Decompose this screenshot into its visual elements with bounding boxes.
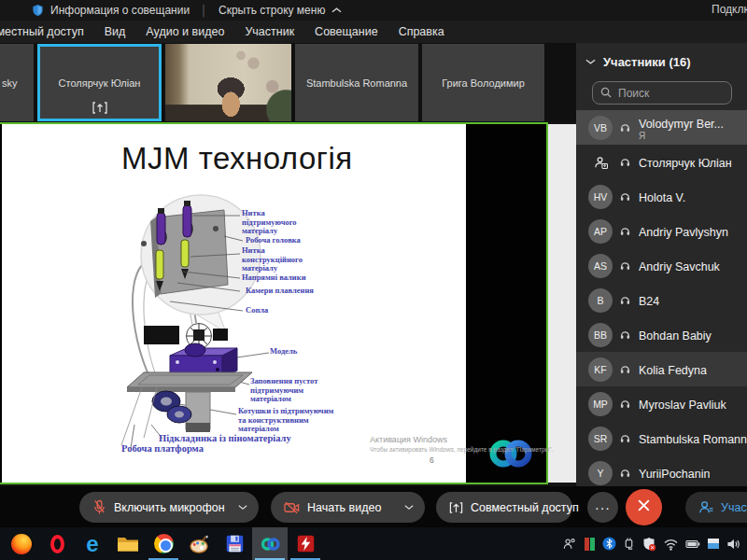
webex-icon[interactable] <box>252 527 288 560</box>
avatar: SR <box>588 427 613 451</box>
diagram-label: Напрямні валики <box>242 273 306 283</box>
headset-icon <box>619 190 631 203</box>
participant-name: Andriy Savchuk <box>639 260 720 273</box>
menu-item[interactable]: Аудио и видео <box>135 25 234 38</box>
menu-item[interactable]: Участник <box>234 25 304 38</box>
chevron-down-icon[interactable] <box>404 504 414 511</box>
diagram-label: Робоча платформа <box>121 443 204 455</box>
participant-subtitle: Я <box>639 131 724 141</box>
battery-icon[interactable] <box>685 539 700 549</box>
camera-off-icon <box>284 501 300 514</box>
avatar: AP <box>588 219 613 244</box>
meeting-titlebar: Информация о совещании │ Скрыть строку м… <box>0 0 747 21</box>
participant-tile-name: Столярчук Юліан <box>59 77 141 89</box>
titlebar-separator: │ <box>201 5 207 16</box>
participant-row[interactable]: Столярчук Юліан <box>576 145 747 179</box>
diagram-label: Нитка конструкційного матеріалу <box>242 246 305 273</box>
video-tile-webcam[interactable] <box>165 44 291 121</box>
floppy-app-icon[interactable] <box>217 527 252 560</box>
participant-search-box[interactable] <box>592 81 732 105</box>
defender-icon[interactable] <box>641 537 656 552</box>
desktop-screen: Информация о совещании │ Скрыть строку м… <box>0 0 747 560</box>
avatar: MP <box>588 392 613 416</box>
presentation-slide: MJM технологія <box>2 124 466 483</box>
bluetooth-icon[interactable] <box>602 537 616 551</box>
headset-icon <box>619 225 631 237</box>
power-plug-icon[interactable] <box>623 537 635 551</box>
edge-icon[interactable]: e <box>75 527 110 560</box>
diagram-label: Робоча головка <box>246 236 301 245</box>
lightning-app-icon[interactable] <box>288 527 323 560</box>
microphone-muted-icon <box>92 499 106 515</box>
start-video-button[interactable]: Начать видео <box>271 492 425 523</box>
video-tile-active-speaker[interactable]: Столярчук Юліан <box>37 44 162 121</box>
diagram-label: Нитка підтримуючого матеріалу <box>242 209 300 236</box>
close-icon <box>637 498 651 516</box>
opera-icon[interactable] <box>39 527 75 560</box>
file-explorer-icon[interactable] <box>110 527 146 560</box>
headset-icon <box>619 363 631 375</box>
meeting-controlbar: Включить микрофон Начать видео Совместны… <box>0 486 747 527</box>
firefox-icon[interactable] <box>4 527 39 560</box>
participant-name: YuriiPochanin <box>639 468 710 481</box>
participant-row[interactable]: AP Andriy Pavlyshyn <box>576 214 747 248</box>
meeting-info-label[interactable]: Информация о совещании <box>50 4 190 17</box>
avatar: VB <box>588 116 613 140</box>
search-input[interactable] <box>618 87 721 100</box>
leave-meeting-button[interactable] <box>626 489 662 525</box>
shared-screen-region: MJM технологія <box>0 122 548 484</box>
paint-icon[interactable] <box>181 527 217 560</box>
menu-item[interactable]: Справка <box>388 25 455 38</box>
window-app-tray-icon[interactable] <box>707 538 720 550</box>
participant-name: B24 <box>639 295 659 308</box>
unmute-button[interactable]: Включить микрофон <box>79 492 259 523</box>
participant-tile-name: Грига Володимир <box>442 77 525 89</box>
participant-row[interactable]: B B24 <box>576 283 747 317</box>
people-tray-icon[interactable] <box>562 537 577 551</box>
webex-logo-icon <box>486 436 535 475</box>
chevron-down-icon[interactable] <box>585 58 596 65</box>
more-options-button[interactable]: ··· <box>587 492 618 523</box>
participant-name: Andriy Pavlyshyn <box>639 226 728 239</box>
chevron-up-icon[interactable] <box>331 7 342 14</box>
participant-name: Holota V. <box>639 191 685 204</box>
video-tile-partial[interactable]: sky <box>0 44 34 121</box>
participant-row[interactable]: BB Bohdan Babiy <box>576 317 747 352</box>
diagram-label: Заповнення пустот підтримуючим матеріало… <box>250 377 334 404</box>
video-tile[interactable]: Грига Володимир <box>422 44 544 121</box>
participant-row[interactable]: MP Myroslav Pavliuk <box>576 386 747 421</box>
indicator-bars-icon[interactable] <box>584 537 596 552</box>
chevron-down-icon[interactable] <box>238 504 247 511</box>
windows-taskbar: e <box>0 527 747 560</box>
menu-item[interactable]: Совещание <box>304 25 388 38</box>
connect-truncated-label[interactable]: Подключ <box>712 3 747 16</box>
menu-item[interactable]: Вид <box>94 25 136 38</box>
screen-sharing-icon <box>92 102 107 114</box>
headset-icon <box>619 467 631 479</box>
menubar: Совместный доступ Вид Аудио и видео Учас… <box>0 21 747 43</box>
participants-icon <box>698 500 713 514</box>
participant-row[interactable]: AS Andriy Savchuk <box>576 248 747 283</box>
participant-list: VB Volodymyr Ber... Я Столярчук Юліан HV <box>576 110 747 488</box>
participant-row[interactable]: HV Holota V. <box>576 179 747 214</box>
participant-row[interactable]: VB Volodymyr Ber... Я <box>576 110 747 145</box>
participants-panel-header[interactable]: Участники (16) <box>576 43 747 75</box>
headset-icon <box>619 294 631 306</box>
search-icon <box>600 85 612 102</box>
headset-icon <box>619 259 631 272</box>
volume-icon[interactable] <box>726 538 741 551</box>
participant-row[interactable]: Y YuriiPochanin <box>576 455 747 488</box>
participants-toggle-label: Участн <box>721 501 747 514</box>
chrome-icon[interactable] <box>146 527 181 560</box>
menu-item[interactable]: Совместный доступ <box>0 25 94 38</box>
participant-row[interactable]: KF Kolia Fedyna <box>576 352 747 386</box>
participants-toggle-button[interactable]: Участн <box>685 492 747 523</box>
participants-panel-title: Участники (16) <box>603 55 691 69</box>
avatar: KF <box>588 357 613 382</box>
video-tile[interactable]: Stambulska Romanna <box>295 44 418 121</box>
share-screen-button[interactable]: Совместный доступ <box>436 492 572 523</box>
participant-row[interactable]: SR Stambulska Romanna <box>576 421 747 455</box>
hide-menubar-label[interactable]: Скрыть строку меню <box>218 4 325 17</box>
wifi-icon[interactable] <box>663 538 679 551</box>
participant-name: Столярчук Юліан <box>639 157 732 170</box>
